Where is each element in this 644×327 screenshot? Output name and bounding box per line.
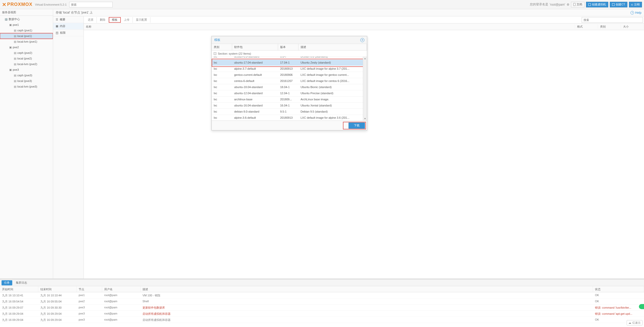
template-row[interactable]: lxcalpine-3.7-default20180913LXC default… (212, 66, 367, 72)
cell-ver: 12.04-1 (278, 90, 299, 96)
template-row[interactable]: lxcdebian-6.0-standard6.0-7Debian 6.0 (s… (212, 57, 367, 60)
template-row[interactable]: lxcubuntu-18.04-standard18.04-1Ubuntu Bi… (212, 84, 367, 90)
tree-node[interactable]: ceph (pve2) (0, 50, 53, 56)
template-row[interactable]: lxcalpine-3.6-default20180913LXC default… (212, 115, 367, 120)
showconfig-button[interactable]: 显示配置 (133, 17, 150, 23)
tab-tasks[interactable]: 任务 (2, 280, 12, 285)
log-row[interactable]: 九月 16 09:54:54九月 16 09:55:04pve2root@pam… (0, 298, 644, 305)
scroll-up-icon[interactable]: ▲ (364, 57, 366, 60)
cell-type: lxc (212, 90, 232, 96)
badge-text: 亿速云 (632, 321, 641, 325)
logo: ✕ PROXMOX (2, 2, 32, 8)
storage-icon (14, 51, 16, 55)
restore-button[interactable]: 还原 (85, 17, 97, 23)
template-row[interactable]: lxcdebian-9.0-standard9.5-1Debian 9.5 (s… (212, 109, 367, 115)
col-name[interactable]: 名称 (84, 25, 575, 29)
storage-icon (14, 34, 16, 38)
log-col-start[interactable]: 开始时间 (0, 286, 38, 292)
create-vm-button[interactable]: 创建虚拟机 (586, 2, 608, 7)
logout-button[interactable]: ⎋注销 (629, 2, 642, 7)
log-cell-start: 九月 16 09:29:04 (0, 317, 38, 323)
scrollbar[interactable]: ▲ ▼ (363, 57, 367, 120)
col-type[interactable]: 类别 (598, 25, 621, 29)
modal-section[interactable]: − Section: system (22 Items) (212, 51, 367, 57)
log-cell-desc: 更新软件包数据库 (140, 305, 593, 310)
log-col-desc[interactable]: 描述 (140, 286, 593, 292)
template-row[interactable]: lxccentos-6-default20161207LXC default i… (212, 78, 367, 84)
cell-type: lxc (212, 78, 232, 84)
modal-col-package[interactable]: 软件包 (232, 44, 278, 50)
tree-node-label: pve1 (13, 23, 19, 26)
log-row[interactable]: 九月 16 09:29:04九月 16 09:29:04pve3root@pam… (0, 317, 644, 323)
modal-col-description[interactable]: 描述 (299, 44, 367, 50)
help-link[interactable]: ? Help (630, 11, 641, 15)
log-col-user[interactable]: 用户名 (102, 286, 140, 292)
tree-node-label: local-lvm (pve1) (17, 40, 37, 43)
modal-header[interactable]: 模板 ✕ (212, 36, 367, 44)
close-icon[interactable]: ✕ (360, 38, 364, 42)
log-cell-node: pve2 (77, 298, 102, 304)
cell-type: lxc (212, 66, 232, 72)
content-search[interactable] (582, 17, 643, 23)
tree-node[interactable]: local (pve1) (0, 33, 53, 39)
tab-cluster-log[interactable]: 集群日志 (13, 280, 30, 285)
log-cell-user: root@pam (102, 311, 140, 317)
collapse-icon[interactable]: − (214, 52, 216, 55)
modal-col-version[interactable]: 版本 (278, 44, 299, 50)
tree-node[interactable]: pve2 (0, 44, 53, 50)
log-cell-end: 九月 16 09:29:04 (38, 317, 77, 323)
tree-node[interactable]: ceph (pve1) (0, 28, 53, 33)
tree-node[interactable]: local (pve2) (0, 56, 53, 61)
tree-node[interactable]: local-lvm (pve3) (0, 84, 53, 89)
log-cell-user: root@pam (102, 305, 140, 310)
log-row[interactable]: 九月 16 09:29:07九月 16 09:30:30pve3root@pam… (0, 305, 644, 311)
tree-node[interactable]: local-lvm (pve1) (0, 39, 53, 44)
subnav-summary[interactable]: 概要 (53, 16, 84, 23)
log-body: 九月 16 10:10:41九月 16 10:10:44pve1root@pam… (0, 292, 644, 327)
tree-node[interactable]: pve1 (0, 22, 53, 28)
col-size[interactable]: 大小 (621, 25, 644, 29)
subnav-content[interactable]: 内容 (53, 23, 84, 30)
delete-button[interactable]: 删除 (97, 17, 109, 23)
tree-node[interactable]: 数据中心 (0, 16, 53, 22)
template-row[interactable]: lxcubuntu-12.04-standard12.04-1Ubuntu Pr… (212, 90, 367, 96)
log-row[interactable]: 九月 16 10:10:41九月 16 10:10:44pve1root@pam… (0, 292, 644, 298)
content-toolbar: 还原 删除 模板 上传 显示配置 (84, 16, 644, 23)
content-search-input[interactable] (582, 17, 643, 23)
global-search-input[interactable] (69, 2, 113, 7)
subnav-permissions[interactable]: 权限 (53, 30, 84, 36)
docs-button[interactable]: 文档 (571, 2, 585, 7)
grid-icon (56, 25, 58, 28)
download-button[interactable]: 下载 (349, 123, 365, 129)
global-search[interactable] (69, 2, 113, 7)
template-button[interactable]: 模板 (109, 17, 121, 23)
gear-icon[interactable]: ⚙ (567, 3, 569, 6)
tree-node[interactable]: pve3 (0, 67, 53, 72)
log-col-status[interactable]: 状态 (593, 286, 644, 292)
tree-node[interactable]: ceph (pve3) (0, 72, 53, 78)
chat-bubble-icon[interactable] (639, 304, 644, 309)
log-row[interactable]: 九月 16 09:29:04九月 16 09:29:04pve3root@pam… (0, 311, 644, 317)
log-cell-desc: Shell (140, 298, 593, 304)
upload-button[interactable]: 上传 (121, 17, 133, 23)
col-format[interactable]: 格式 (575, 25, 598, 29)
modal-col-type[interactable]: 类别 (212, 44, 232, 50)
template-row[interactable]: lxcarchlinux-base201809...ArchLinux base… (212, 96, 367, 103)
template-row[interactable]: lxcubuntu-16.04-standard16.04-1Ubuntu Xe… (212, 103, 367, 109)
template-row[interactable]: lxcubuntu-17.04-standard17.04-1Ubuntu Ze… (212, 60, 367, 66)
logo-text: PROXMOX (7, 2, 32, 7)
cell-desc: LXC default image for alpine 3.7 (201... (299, 66, 367, 72)
template-row[interactable]: lxcgentoo-current-default20180906LXC def… (212, 72, 367, 78)
provider-badge[interactable]: ☁ 亿速云 (627, 320, 642, 325)
log-col-end[interactable]: 结束时间 (38, 286, 77, 292)
tree-node[interactable]: local (pve3) (0, 78, 53, 84)
log-col-node[interactable]: 节点 (77, 286, 102, 292)
lock-icon (56, 31, 58, 34)
create-ct-button[interactable]: 创建CT (610, 2, 627, 7)
cell-ver: 16.04-1 (278, 103, 299, 108)
cell-type: lxc (212, 109, 232, 115)
log-cell-desc: VM 100 - 销毁 (140, 292, 593, 298)
tree-node[interactable]: local-lvm (pve2) (0, 61, 53, 67)
scroll-down-icon[interactable]: ▼ (364, 117, 366, 120)
sidebar-title[interactable]: 服务器视图 (0, 9, 53, 16)
